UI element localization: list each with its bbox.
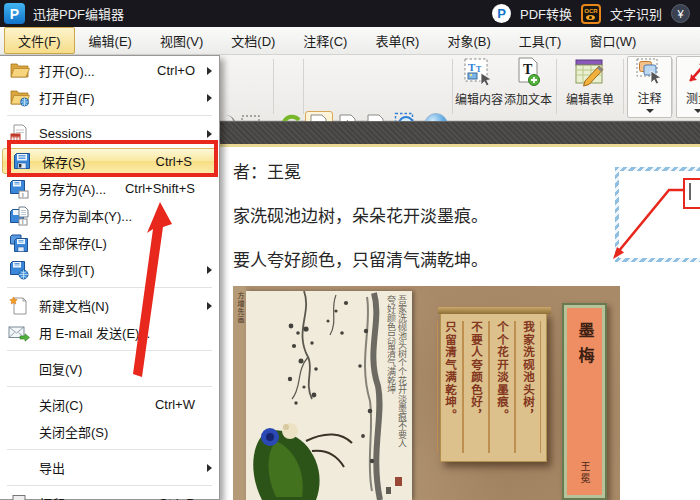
menu-form[interactable]: 表单(R) (361, 27, 433, 54)
doc-poem-line-2: 要人夸好颜色，只留清气满乾坤。 (233, 246, 488, 271)
ocr-eye-icon (586, 15, 595, 20)
scroll-calligraphy: 吾家洗砚池头树个个花开淡墨痕不要人夸好颜色只留清气满乾坤 (385, 295, 407, 453)
plaque-column-4: 只留清气满乾坤。 (437, 321, 463, 453)
red-callout-box (683, 178, 700, 209)
add-text-icon: T (512, 56, 544, 88)
save-as-icon: I (8, 178, 30, 199)
menu-item-revert[interactable]: 回复(V) (0, 355, 219, 382)
menu-item-new-document[interactable]: 新建文档(N) (0, 292, 219, 319)
plaque-column-3: 不要人夸颜色好， (463, 321, 489, 453)
edit-content-button[interactable]: T T 编辑内容 (455, 56, 503, 118)
banner-author-text: 王冕 (577, 461, 592, 485)
menu-separator (7, 350, 212, 351)
menu-item-print[interactable]: 打印(P)... Ctrl+P (0, 490, 219, 500)
email-icon (8, 322, 30, 343)
vip-coin-icon[interactable]: ¥ (671, 4, 690, 23)
pdf-convert-button[interactable]: PDF转换 (520, 4, 572, 23)
save-copy-icon: I (8, 205, 30, 226)
measure-icon (684, 57, 700, 87)
annotate-icon (635, 57, 665, 87)
menu-comment[interactable]: 注释(C) (289, 27, 361, 54)
menu-object[interactable]: 对象(B) (433, 27, 504, 54)
menu-item-open-from[interactable]: 打开自(F) (0, 84, 219, 111)
new-document-icon (8, 295, 30, 316)
title-bar: P 迅捷PDF编辑器 P PDF转换 OCR 文字识别 ¥ (0, 0, 700, 27)
svg-text:T: T (468, 61, 476, 73)
submenu-arrow-icon (207, 130, 212, 138)
ink-scroll: 吾家洗砚池头树个个花开淡墨痕不要人夸好颜色只留清气满乾坤 (246, 291, 412, 500)
submenu-arrow-icon (207, 266, 212, 274)
menu-edit[interactable]: 编辑(E) (75, 27, 146, 54)
folder-open-icon (8, 60, 30, 81)
add-text-button[interactable]: T 添加文本 (504, 56, 552, 118)
menu-tools[interactable]: 工具(T) (505, 27, 576, 54)
menu-view[interactable]: 视图(V) (146, 27, 217, 54)
menu-separator (7, 386, 212, 387)
menu-separator (7, 115, 212, 116)
folder-remote-icon (8, 87, 30, 108)
ocr-icon[interactable]: OCR (581, 4, 601, 24)
banner-title-text: 墨梅 (573, 322, 597, 372)
menu-separator (7, 287, 212, 288)
painting-image: 方增先画 (233, 286, 620, 500)
save-all-icon (8, 232, 30, 253)
doc-author-line: 者：王冕 (233, 158, 301, 183)
menu-file[interactable]: 文件(F) (4, 27, 75, 54)
menu-item-save-as[interactable]: I 另存为(A)... Ctrl+Shift+S (0, 175, 219, 202)
menu-bar: 文件(F) 编辑(E) 视图(V) 文档(D) 注释(C) 表单(R) 对象(B… (0, 27, 700, 55)
menu-separator (7, 449, 212, 450)
annotate-button[interactable]: 注释 (627, 56, 672, 118)
menu-item-open[interactable]: 打开(O)... Ctrl+O (0, 57, 219, 84)
menu-item-save-copy[interactable]: I 另存为副本(Y)... (0, 202, 219, 229)
menu-item-save-to[interactable]: 保存到(T) (0, 256, 219, 283)
menu-item-close-all[interactable]: 关闭全部(S) (0, 418, 219, 445)
edit-form-icon (573, 56, 607, 88)
painting-left-margin: 方增先画 (233, 286, 246, 500)
edit-content-icon: T T (463, 56, 495, 88)
menu-document[interactable]: 文档(D) (217, 27, 289, 54)
artist-seal-text: 方增先画 (235, 292, 245, 324)
title-banner: 墨梅 王冕 (562, 303, 607, 500)
plaque-column-1: 我家洗砚池头树， (515, 321, 541, 453)
printer-icon (8, 493, 30, 500)
file-menu-dropdown: 打开(O)... Ctrl+O 打开自(F) Sessions 保存(S) Ct… (0, 55, 220, 500)
measure-button[interactable]: 测量 (676, 56, 700, 118)
submenu-arrow-icon (207, 302, 212, 310)
edit-form-button[interactable]: 编辑表单 (560, 56, 620, 118)
submenu-arrow-icon (207, 67, 212, 75)
submenu-arrow-icon (207, 94, 212, 102)
save-to-icon (8, 259, 30, 280)
menu-item-close[interactable]: 关闭(C) Ctrl+W (0, 391, 219, 418)
measure-dropdown-caret-icon (694, 109, 700, 113)
plaque-column-2: 个个花开淡墨痕。 (489, 321, 515, 453)
pdf-convert-icon[interactable]: P (492, 4, 511, 23)
doc-poem-line-1: 家洗砚池边树，朵朵花开淡墨痕。 (233, 202, 488, 227)
app-logo-icon: P (4, 3, 25, 24)
text-recognition-button[interactable]: 文字识别 (610, 4, 662, 23)
submenu-arrow-icon (207, 464, 212, 472)
menu-item-email[interactable]: 用 E-mail 发送(E)... (0, 319, 219, 346)
annotate-dropdown-caret-icon (646, 109, 654, 113)
menu-item-save-all[interactable]: 全部保存(L) (0, 229, 219, 256)
menu-item-export[interactable]: 导出 (0, 454, 219, 481)
menu-window[interactable]: 窗口(W) (575, 27, 650, 54)
menu-separator (7, 485, 212, 486)
app-title: 迅捷PDF编辑器 (33, 4, 124, 23)
poem-plaque: 我家洗砚池头树， 个个花开淡墨痕。 不要人夸颜色好， 只留清气满乾坤。 (440, 312, 547, 462)
red-highlight-box (7, 140, 218, 177)
